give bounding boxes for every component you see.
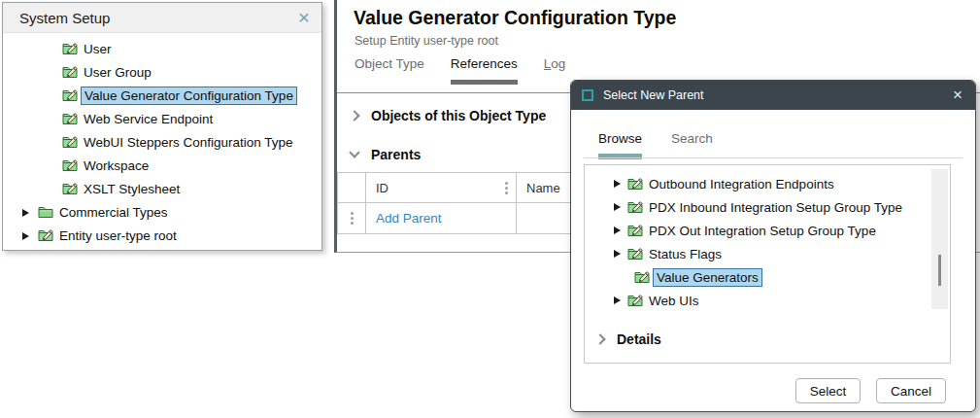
add-parent-link[interactable]: Add Parent [376,211,442,226]
header-handle-cell [338,173,366,203]
tree-item-webui-steppers-configuration-type[interactable]: WebUI Steppers Configuration Type [3,130,321,154]
row-menu-icon[interactable] [338,212,365,225]
tree-item-pdx-out-integration-setup-group-type[interactable]: PDX Out Integration Setup Group Type [585,219,950,242]
expand-arrow-icon[interactable] [22,209,29,217]
tree-item-outbound-integration-endpoints[interactable]: Outbound Integration Endpoints [585,172,950,195]
folder-icon [38,204,53,220]
tree-item-label: User Group [84,65,152,80]
add-parent-cell: Add Parent [366,203,517,234]
tree-item-partial [3,247,321,251]
column-header-id: ID [376,181,389,195]
details-label: Details [617,331,661,347]
dialog-title: Select New Parent [603,88,953,102]
expand-arrow-icon[interactable] [614,203,621,211]
expand-arrow-icon[interactable] [614,180,621,188]
section-parents[interactable]: Parents [351,147,421,162]
tree-item-label: Status Flags [649,247,722,261]
tree-item-pdx-inbound-integration-setup-group-type[interactable]: PDX Inbound Integration Setup Group Type [585,195,950,219]
chevron-down-icon[interactable] [349,147,359,157]
tree-item-xslt-stylesheet[interactable]: XSLT Stylesheet [3,177,321,200]
system-setup-title: System Setup [19,10,298,26]
tree-item-label: Workspace [84,158,149,173]
tree-item-user[interactable]: User [3,37,321,60]
close-icon[interactable]: × [298,8,310,27]
edit-folder-icon [627,293,643,308]
tree-item-value-generator-configuration-type[interactable]: Value Generator Configuration Type [3,84,321,107]
dialog-app-icon [582,89,593,101]
edit-folder-icon [627,246,643,261]
edit-folder-icon [62,181,78,196]
section-objects-of-this-object-type[interactable]: Objects of this Object Type [351,108,546,123]
page-title: Value Generator Configuration Type [354,7,676,29]
parent-browse-box: Outbound Integration Endpoints PDX Inbou… [584,164,951,364]
tree-item-label-selected: Value Generator Configuration Type [81,87,297,105]
tree-item-label: Commercial Types [59,205,168,220]
expand-arrow-icon[interactable] [22,232,29,240]
section-details[interactable]: Details [585,316,950,363]
column-header-name: Name [526,181,560,195]
tree-item-entity-user-type-root[interactable]: Entity user-type root [3,224,321,247]
tab-browse[interactable]: Browse [598,131,642,159]
edit-folder-icon [634,269,650,285]
section-label: Objects of this Object Type [371,108,546,123]
tree-item-commercial-types[interactable]: Commercial Types [3,200,321,224]
edit-folder-icon [627,199,643,215]
tab-object-type[interactable]: Object Type [355,56,424,85]
tree-item-workspace[interactable]: Workspace [3,154,321,177]
tree-item-label: Entity user-type root [59,228,177,243]
expand-arrow-icon[interactable] [614,296,621,304]
dialog-tab-bar: Browse Search [598,131,713,159]
edit-folder-icon [62,87,78,103]
section-label: Parents [371,147,421,162]
edit-folder-icon [62,111,78,126]
tree-item-label: Web UIs [649,294,699,308]
tree-item-status-flags[interactable]: Status Flags [585,242,950,265]
column-menu-icon[interactable] [505,182,508,194]
system-setup-tree: User User Group Value Generator Configur… [3,33,321,251]
tree-item-label: WebUI Steppers Configuration Type [84,135,293,150]
tab-search[interactable]: Search [671,131,713,159]
tab-log[interactable]: Log [544,56,566,85]
tree-item-web-service-endpoint[interactable]: Web Service Endpoint [3,107,321,130]
chevron-right-icon[interactable] [349,110,359,121]
tree-item-label: Web Service Endpoint [84,112,213,126]
scrollbar[interactable] [931,169,948,309]
edit-folder-icon [62,64,78,80]
tree-item-label-selected: Value Generators [653,268,762,287]
edit-folder-icon [62,134,78,150]
expand-arrow-icon[interactable] [614,250,621,258]
edit-folder-icon [627,223,643,238]
dialog-tab-divider [584,157,963,158]
header-id-cell[interactable]: ID [366,173,517,203]
parent-tree-scroll-area: Outbound Integration Endpoints PDX Inbou… [585,165,950,313]
tree-item-web-uis[interactable]: Web UIs [585,289,950,312]
tree-item-label: PDX Inbound Integration Setup Group Type [649,200,902,215]
row-handle-cell[interactable] [338,203,366,234]
expand-arrow-icon[interactable] [614,226,621,234]
select-button[interactable]: Select [795,378,861,403]
tree-item-label: PDX Out Integration Setup Group Type [649,224,876,238]
tree-item-label: XSLT Stylesheet [84,182,180,196]
dialog-titlebar[interactable]: Select New Parent × [571,81,975,110]
tree-item-user-group[interactable]: User Group [3,60,321,84]
tree-item-label: User [84,42,112,56]
scrollbar-thumb[interactable] [938,255,941,286]
select-new-parent-dialog: Select New Parent × Browse Search Outbou… [570,80,976,412]
edit-folder-icon [627,176,643,192]
main-tab-bar: Object Type References Log [355,56,565,85]
system-setup-panel: System Setup × User User Group Value Gen… [2,2,322,251]
tree-item-value-generators[interactable]: Value Generators [585,265,950,289]
close-icon[interactable]: × [953,87,963,103]
edit-folder-icon [62,157,78,173]
system-setup-header: System Setup × [3,3,321,33]
page-subtitle: Setup Entity user-type root [355,34,498,48]
edit-folder-icon [38,227,53,243]
tree-item-label: Outbound Integration Endpoints [649,177,834,192]
cancel-button[interactable]: Cancel [876,378,946,403]
tab-references[interactable]: References [451,56,518,85]
edit-folder-icon [62,41,78,56]
chevron-right-icon[interactable] [594,333,605,344]
